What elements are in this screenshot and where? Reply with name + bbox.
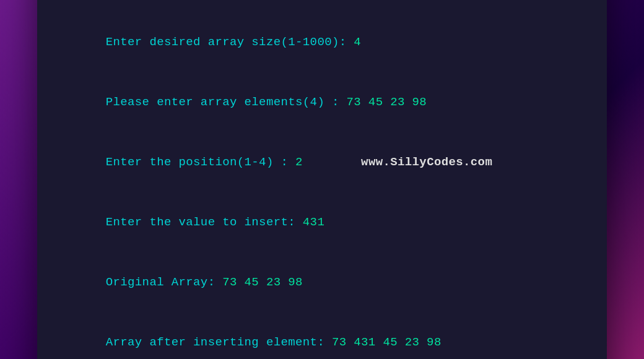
terminal-window: insertAt function $ ./a.out Enter desire… xyxy=(37,0,607,359)
line-original-array: Original Array: 73 45 23 98 xyxy=(62,252,582,312)
value-after-insert: 73 431 45 23 98 xyxy=(332,335,442,349)
value-position: 2 xyxy=(295,155,303,169)
value-array-size: 4 xyxy=(354,35,361,49)
label-array-elements: Please enter array elements(4) : xyxy=(106,95,347,109)
label-array-size: Enter desired array size(1-1000): xyxy=(106,35,354,49)
watermark-text: www.SillyCodes.com xyxy=(303,155,492,169)
label-original-array: Original Array: xyxy=(106,275,223,289)
line-value-insert: Enter the value to insert: 431 xyxy=(62,192,582,253)
terminal-body: $ ./a.out Enter desired array size(1-100… xyxy=(37,0,607,359)
line-position: Enter the position(1-4) : 2 www.SillyCod… xyxy=(62,132,582,192)
line-after-insert: Array after inserting element: 73 431 45… xyxy=(62,312,582,359)
line-array-size: Enter desired array size(1-1000): 4 xyxy=(62,12,582,72)
label-position: Enter the position(1-4) : xyxy=(106,155,295,169)
command-line: $ ./a.out xyxy=(62,0,582,12)
line-array-elements: Please enter array elements(4) : 73 45 2… xyxy=(62,72,582,132)
value-original-array: 73 45 23 98 xyxy=(222,275,303,289)
label-after-insert: Array after inserting element: xyxy=(106,335,332,349)
value-array-elements: 73 45 23 98 xyxy=(347,95,427,109)
value-insert: 431 xyxy=(303,215,324,229)
label-value-insert: Enter the value to insert: xyxy=(106,215,303,229)
